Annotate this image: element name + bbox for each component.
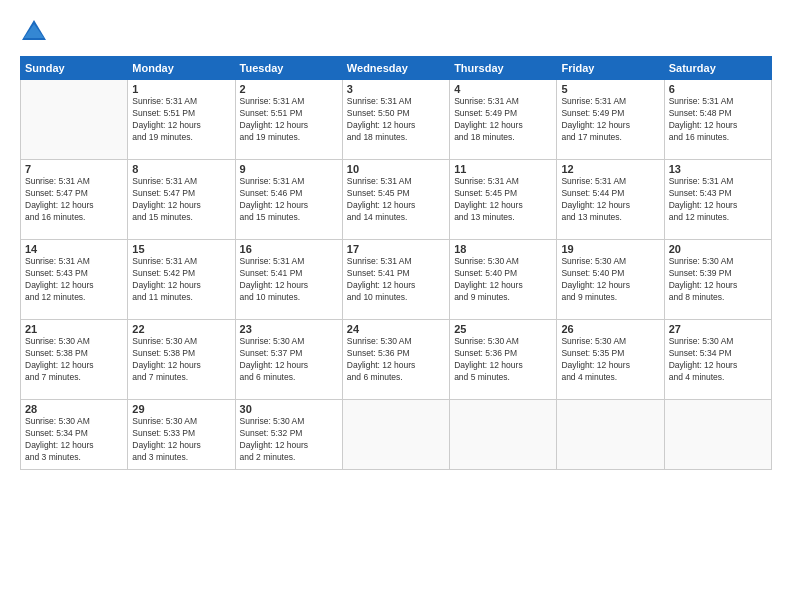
calendar-table: SundayMondayTuesdayWednesdayThursdayFrid… [20, 56, 772, 470]
day-info: Sunrise: 5:30 AM Sunset: 5:36 PM Dayligh… [454, 336, 552, 384]
day-info: Sunrise: 5:31 AM Sunset: 5:48 PM Dayligh… [669, 96, 767, 144]
calendar-cell: 19Sunrise: 5:30 AM Sunset: 5:40 PM Dayli… [557, 240, 664, 320]
day-number: 10 [347, 163, 445, 175]
day-info: Sunrise: 5:30 AM Sunset: 5:37 PM Dayligh… [240, 336, 338, 384]
calendar-cell [557, 400, 664, 470]
day-number: 9 [240, 163, 338, 175]
calendar-cell: 6Sunrise: 5:31 AM Sunset: 5:48 PM Daylig… [664, 80, 771, 160]
day-number: 21 [25, 323, 123, 335]
day-info: Sunrise: 5:30 AM Sunset: 5:39 PM Dayligh… [669, 256, 767, 304]
calendar-cell: 21Sunrise: 5:30 AM Sunset: 5:38 PM Dayli… [21, 320, 128, 400]
day-info: Sunrise: 5:31 AM Sunset: 5:45 PM Dayligh… [347, 176, 445, 224]
day-info: Sunrise: 5:31 AM Sunset: 5:45 PM Dayligh… [454, 176, 552, 224]
day-info: Sunrise: 5:30 AM Sunset: 5:36 PM Dayligh… [347, 336, 445, 384]
day-info: Sunrise: 5:30 AM Sunset: 5:35 PM Dayligh… [561, 336, 659, 384]
day-info: Sunrise: 5:31 AM Sunset: 5:42 PM Dayligh… [132, 256, 230, 304]
calendar-cell: 28Sunrise: 5:30 AM Sunset: 5:34 PM Dayli… [21, 400, 128, 470]
day-number: 6 [669, 83, 767, 95]
day-number: 4 [454, 83, 552, 95]
day-number: 23 [240, 323, 338, 335]
calendar-cell: 20Sunrise: 5:30 AM Sunset: 5:39 PM Dayli… [664, 240, 771, 320]
calendar-cell: 10Sunrise: 5:31 AM Sunset: 5:45 PM Dayli… [342, 160, 449, 240]
calendar-cell [21, 80, 128, 160]
day-info: Sunrise: 5:31 AM Sunset: 5:44 PM Dayligh… [561, 176, 659, 224]
day-info: Sunrise: 5:31 AM Sunset: 5:41 PM Dayligh… [240, 256, 338, 304]
logo-icon [20, 18, 48, 46]
day-info: Sunrise: 5:30 AM Sunset: 5:34 PM Dayligh… [25, 416, 123, 464]
day-number: 27 [669, 323, 767, 335]
day-number: 13 [669, 163, 767, 175]
calendar-cell: 7Sunrise: 5:31 AM Sunset: 5:47 PM Daylig… [21, 160, 128, 240]
calendar-cell: 11Sunrise: 5:31 AM Sunset: 5:45 PM Dayli… [450, 160, 557, 240]
calendar-cell: 23Sunrise: 5:30 AM Sunset: 5:37 PM Dayli… [235, 320, 342, 400]
day-info: Sunrise: 5:31 AM Sunset: 5:47 PM Dayligh… [25, 176, 123, 224]
day-number: 18 [454, 243, 552, 255]
day-number: 25 [454, 323, 552, 335]
week-row-3: 14Sunrise: 5:31 AM Sunset: 5:43 PM Dayli… [21, 240, 772, 320]
day-info: Sunrise: 5:30 AM Sunset: 5:40 PM Dayligh… [454, 256, 552, 304]
weekday-header-tuesday: Tuesday [235, 57, 342, 80]
day-number: 26 [561, 323, 659, 335]
calendar-cell [450, 400, 557, 470]
calendar-cell: 4Sunrise: 5:31 AM Sunset: 5:49 PM Daylig… [450, 80, 557, 160]
week-row-2: 7Sunrise: 5:31 AM Sunset: 5:47 PM Daylig… [21, 160, 772, 240]
calendar-cell: 18Sunrise: 5:30 AM Sunset: 5:40 PM Dayli… [450, 240, 557, 320]
day-number: 19 [561, 243, 659, 255]
week-row-1: 1Sunrise: 5:31 AM Sunset: 5:51 PM Daylig… [21, 80, 772, 160]
day-info: Sunrise: 5:31 AM Sunset: 5:41 PM Dayligh… [347, 256, 445, 304]
calendar-cell: 13Sunrise: 5:31 AM Sunset: 5:43 PM Dayli… [664, 160, 771, 240]
day-number: 29 [132, 403, 230, 415]
calendar-cell: 17Sunrise: 5:31 AM Sunset: 5:41 PM Dayli… [342, 240, 449, 320]
day-number: 15 [132, 243, 230, 255]
calendar-cell: 22Sunrise: 5:30 AM Sunset: 5:38 PM Dayli… [128, 320, 235, 400]
weekday-header-sunday: Sunday [21, 57, 128, 80]
day-number: 17 [347, 243, 445, 255]
day-number: 20 [669, 243, 767, 255]
week-row-4: 21Sunrise: 5:30 AM Sunset: 5:38 PM Dayli… [21, 320, 772, 400]
day-number: 24 [347, 323, 445, 335]
logo [20, 18, 52, 46]
svg-marker-1 [24, 24, 44, 38]
calendar-cell [664, 400, 771, 470]
day-info: Sunrise: 5:31 AM Sunset: 5:46 PM Dayligh… [240, 176, 338, 224]
calendar-cell: 25Sunrise: 5:30 AM Sunset: 5:36 PM Dayli… [450, 320, 557, 400]
day-info: Sunrise: 5:30 AM Sunset: 5:38 PM Dayligh… [132, 336, 230, 384]
header [20, 18, 772, 46]
day-info: Sunrise: 5:30 AM Sunset: 5:38 PM Dayligh… [25, 336, 123, 384]
day-number: 11 [454, 163, 552, 175]
day-number: 2 [240, 83, 338, 95]
calendar-cell: 2Sunrise: 5:31 AM Sunset: 5:51 PM Daylig… [235, 80, 342, 160]
day-number: 16 [240, 243, 338, 255]
day-number: 3 [347, 83, 445, 95]
calendar-cell: 5Sunrise: 5:31 AM Sunset: 5:49 PM Daylig… [557, 80, 664, 160]
day-number: 1 [132, 83, 230, 95]
day-number: 7 [25, 163, 123, 175]
weekday-header-saturday: Saturday [664, 57, 771, 80]
weekday-header-wednesday: Wednesday [342, 57, 449, 80]
day-info: Sunrise: 5:30 AM Sunset: 5:40 PM Dayligh… [561, 256, 659, 304]
day-info: Sunrise: 5:31 AM Sunset: 5:50 PM Dayligh… [347, 96, 445, 144]
calendar-cell: 26Sunrise: 5:30 AM Sunset: 5:35 PM Dayli… [557, 320, 664, 400]
calendar-cell: 15Sunrise: 5:31 AM Sunset: 5:42 PM Dayli… [128, 240, 235, 320]
page: SundayMondayTuesdayWednesdayThursdayFrid… [0, 0, 792, 612]
weekday-header-row: SundayMondayTuesdayWednesdayThursdayFrid… [21, 57, 772, 80]
day-number: 28 [25, 403, 123, 415]
day-info: Sunrise: 5:31 AM Sunset: 5:43 PM Dayligh… [25, 256, 123, 304]
day-info: Sunrise: 5:30 AM Sunset: 5:33 PM Dayligh… [132, 416, 230, 464]
day-number: 30 [240, 403, 338, 415]
day-info: Sunrise: 5:30 AM Sunset: 5:32 PM Dayligh… [240, 416, 338, 464]
calendar-cell [342, 400, 449, 470]
day-info: Sunrise: 5:31 AM Sunset: 5:51 PM Dayligh… [240, 96, 338, 144]
calendar-cell: 8Sunrise: 5:31 AM Sunset: 5:47 PM Daylig… [128, 160, 235, 240]
day-number: 8 [132, 163, 230, 175]
calendar-cell: 24Sunrise: 5:30 AM Sunset: 5:36 PM Dayli… [342, 320, 449, 400]
week-row-5: 28Sunrise: 5:30 AM Sunset: 5:34 PM Dayli… [21, 400, 772, 470]
calendar-cell: 30Sunrise: 5:30 AM Sunset: 5:32 PM Dayli… [235, 400, 342, 470]
day-info: Sunrise: 5:31 AM Sunset: 5:49 PM Dayligh… [561, 96, 659, 144]
day-number: 14 [25, 243, 123, 255]
calendar-cell: 29Sunrise: 5:30 AM Sunset: 5:33 PM Dayli… [128, 400, 235, 470]
calendar-cell: 14Sunrise: 5:31 AM Sunset: 5:43 PM Dayli… [21, 240, 128, 320]
day-info: Sunrise: 5:31 AM Sunset: 5:47 PM Dayligh… [132, 176, 230, 224]
calendar-cell: 12Sunrise: 5:31 AM Sunset: 5:44 PM Dayli… [557, 160, 664, 240]
calendar-cell: 27Sunrise: 5:30 AM Sunset: 5:34 PM Dayli… [664, 320, 771, 400]
